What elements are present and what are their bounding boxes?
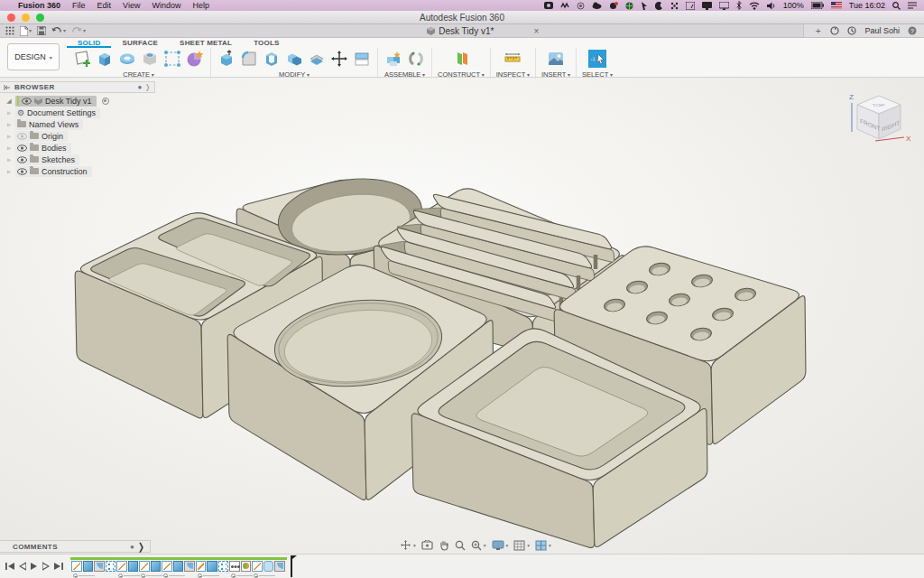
cloud-icon[interactable] bbox=[592, 2, 602, 9]
shell-icon[interactable] bbox=[262, 49, 282, 69]
history-icon[interactable] bbox=[847, 26, 856, 35]
camera-icon[interactable] bbox=[544, 2, 553, 9]
globe-icon[interactable] bbox=[625, 2, 633, 10]
group-label-assemble[interactable]: ASSEMBLE bbox=[384, 70, 425, 79]
timeline-feature-sketch[interactable] bbox=[139, 561, 150, 572]
timeline-feature-pattern[interactable] bbox=[106, 561, 116, 572]
measure-icon[interactable] bbox=[503, 49, 522, 69]
grid-settings-icon[interactable]: ▾ bbox=[513, 540, 530, 551]
browser-item-document-settings[interactable]: ▹⚙Document Settings bbox=[5, 107, 155, 118]
timeline-feature-extrude[interactable] bbox=[128, 561, 139, 572]
timeline-feature-appearance[interactable] bbox=[241, 561, 252, 572]
notes-icon[interactable] bbox=[686, 2, 695, 10]
joint-icon[interactable] bbox=[406, 49, 426, 69]
cursor-icon[interactable] bbox=[641, 2, 648, 10]
activate-component-icon[interactable] bbox=[102, 98, 109, 105]
combine-icon[interactable] bbox=[284, 49, 304, 69]
browser-header[interactable]: BROWSER ● ❭ bbox=[0, 81, 155, 93]
align-icon[interactable] bbox=[352, 49, 372, 69]
step-forward-icon[interactable] bbox=[42, 562, 50, 571]
eye-icon[interactable] bbox=[17, 144, 27, 152]
document-tab[interactable]: Desk Tidy v1* × bbox=[162, 26, 803, 36]
bluetooth-icon[interactable] bbox=[736, 1, 742, 10]
browser-item-bodies[interactable]: ▹Bodies bbox=[5, 142, 155, 154]
timeline-feature-fillet[interactable] bbox=[94, 561, 105, 572]
tab-tools[interactable]: TOOLS bbox=[243, 39, 290, 48]
browser-options-icon[interactable]: ● bbox=[137, 83, 142, 91]
undo-icon[interactable]: ▾ bbox=[51, 25, 66, 36]
view-cube[interactable]: Z X TOP FRONT RIGHT bbox=[839, 85, 913, 155]
new-component-icon[interactable] bbox=[383, 49, 403, 69]
timeline-feature-hole[interactable] bbox=[229, 561, 240, 572]
timeline-scrubber[interactable] bbox=[287, 555, 296, 578]
expand-icon[interactable]: ▹ bbox=[5, 156, 13, 163]
revolve-icon[interactable] bbox=[117, 49, 137, 69]
search-icon[interactable] bbox=[892, 2, 901, 10]
comments-panel[interactable]: COMMENTS ● ❭ bbox=[0, 540, 151, 553]
group-label-inspect[interactable]: INSPECT bbox=[496, 70, 530, 79]
file-icon[interactable]: ▾ bbox=[20, 25, 32, 36]
moon-icon[interactable] bbox=[655, 2, 663, 10]
browser-item-construction[interactable]: ▹Construction bbox=[5, 165, 155, 177]
comments-options-icon[interactable]: ● bbox=[130, 543, 134, 551]
menu-window[interactable]: Window bbox=[152, 1, 180, 10]
close-tab-icon[interactable]: × bbox=[533, 26, 539, 36]
expand-icon[interactable]: ▹ bbox=[5, 133, 13, 140]
viewport[interactable]: BROWSER ● ❭ ◢ Desk Tidy v1 ▹⚙Document Se… bbox=[0, 78, 924, 554]
timeline-group-marker[interactable] bbox=[198, 573, 202, 578]
redo-icon[interactable]: ▾ bbox=[71, 25, 86, 36]
timeline-group-marker[interactable] bbox=[254, 573, 258, 578]
browser-root-item[interactable]: ◢ Desk Tidy v1 bbox=[5, 95, 155, 107]
wifi-icon[interactable] bbox=[749, 2, 760, 10]
play-icon[interactable] bbox=[31, 562, 38, 571]
record-icon[interactable] bbox=[577, 2, 585, 10]
zoom-icon[interactable] bbox=[455, 540, 466, 551]
menu-view[interactable]: View bbox=[123, 1, 140, 10]
expand-icon[interactable]: ▹ bbox=[5, 168, 13, 175]
fit-icon[interactable]: ▾ bbox=[471, 540, 486, 551]
timeline-feature-extrude[interactable] bbox=[151, 561, 162, 572]
eye-icon[interactable] bbox=[17, 168, 27, 175]
user-name[interactable]: Paul Sohi bbox=[864, 26, 900, 35]
browser-grip-icon[interactable]: ❭ bbox=[144, 83, 151, 91]
timeline-track[interactable] bbox=[70, 555, 298, 578]
eye-icon[interactable] bbox=[17, 133, 27, 140]
tab-solid[interactable]: SOLID bbox=[67, 39, 111, 48]
close-window-button[interactable] bbox=[7, 14, 15, 22]
press-pull-icon[interactable] bbox=[217, 49, 236, 69]
display-settings-icon[interactable]: ▾ bbox=[492, 540, 509, 551]
grid-icon[interactable] bbox=[5, 26, 14, 35]
menu-app-name[interactable]: Fusion 360 bbox=[18, 1, 60, 10]
timeline-feature-fillet[interactable] bbox=[184, 561, 195, 572]
offset-face-icon[interactable] bbox=[307, 49, 327, 69]
browser-item-origin[interactable]: ▹Origin bbox=[5, 130, 155, 142]
tab-sheet-metal[interactable]: SHEET METAL bbox=[169, 39, 243, 48]
group-label-insert[interactable]: INSERT bbox=[541, 70, 570, 79]
zoom-window-button[interactable] bbox=[36, 14, 44, 22]
orbit-icon[interactable]: ▾ bbox=[400, 539, 416, 551]
app-grid-icon[interactable] bbox=[560, 2, 569, 9]
timeline-feature-sketch[interactable] bbox=[71, 561, 82, 572]
timeline-group-marker[interactable] bbox=[141, 573, 145, 578]
timeline-feature-sketch[interactable] bbox=[116, 561, 127, 572]
move-icon[interactable] bbox=[329, 49, 349, 69]
eye-icon[interactable] bbox=[22, 98, 32, 105]
list-icon[interactable] bbox=[908, 2, 917, 9]
timeline-group-marker[interactable] bbox=[163, 573, 168, 578]
step-back-icon[interactable] bbox=[19, 562, 26, 571]
construction-plane-icon[interactable] bbox=[451, 49, 471, 69]
browser-item-sketches[interactable]: ▹Sketches bbox=[5, 154, 155, 165]
timeline-feature-sketch[interactable] bbox=[162, 561, 172, 572]
gear-badge-icon[interactable] bbox=[609, 2, 618, 10]
timeline-feature-sketch[interactable] bbox=[252, 561, 263, 572]
timeline-feature-extrude[interactable] bbox=[207, 561, 217, 572]
timeline-group-marker[interactable] bbox=[73, 573, 78, 578]
form-icon[interactable] bbox=[185, 49, 205, 69]
pattern-icon[interactable] bbox=[162, 49, 182, 69]
dots-icon[interactable] bbox=[670, 2, 679, 10]
extrude-icon[interactable] bbox=[95, 49, 115, 69]
look-at-icon[interactable] bbox=[421, 540, 433, 550]
eye-icon[interactable] bbox=[17, 156, 27, 163]
comments-grip-icon[interactable]: ❭ bbox=[137, 541, 145, 553]
timeline-feature-pattern[interactable] bbox=[218, 561, 229, 572]
